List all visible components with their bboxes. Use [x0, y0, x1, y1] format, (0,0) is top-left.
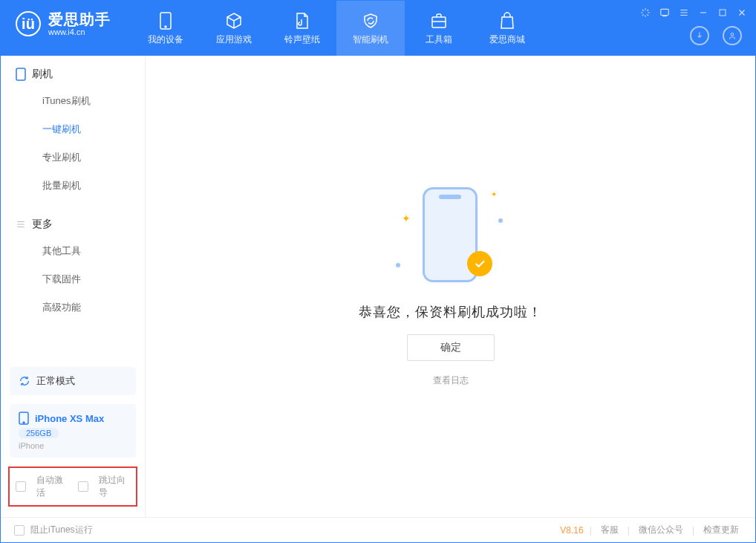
- ok-button[interactable]: 确定: [407, 334, 495, 361]
- shopping-bag-icon: [499, 11, 515, 30]
- block-itunes-label: 阻止iTunes运行: [30, 524, 93, 536]
- list-icon: [16, 219, 26, 230]
- section-flash-header: 刷机: [1, 56, 145, 87]
- footer-link-service[interactable]: 客服: [598, 524, 622, 536]
- success-illustration: ✦ ✦: [406, 186, 495, 290]
- device-name: iPhone XS Max: [35, 413, 104, 424]
- nav-label: 爱思商城: [489, 33, 525, 46]
- device-type: iPhone: [19, 441, 127, 450]
- version-label: V8.16: [560, 525, 583, 536]
- footer-link-update[interactable]: 检查更新: [700, 524, 742, 536]
- svg-point-5: [731, 33, 734, 36]
- sidebar-item-itunes-flash[interactable]: iTunes刷机: [1, 87, 145, 115]
- app-header: iü 爱思助手 www.i4.cn 我的设备 应用游戏 铃声壁纸 智能刷机: [1, 1, 755, 56]
- download-icon[interactable]: [690, 26, 709, 45]
- view-log-link[interactable]: 查看日志: [433, 374, 469, 387]
- nav-toolbox[interactable]: 工具箱: [405, 1, 473, 56]
- sidebar-item-download-firmware[interactable]: 下载固件: [1, 265, 145, 293]
- checkbox-auto-activate[interactable]: [16, 481, 26, 492]
- minimize-icon[interactable]: [697, 7, 709, 19]
- skip-guide-label: 跳过向导: [99, 474, 130, 499]
- footer: 阻止iTunes运行 V8.16 | 客服 | 微信公众号 | 检查更新: [1, 517, 755, 542]
- svg-rect-0: [661, 9, 669, 15]
- sidebar-item-other-tools[interactable]: 其他工具: [1, 237, 145, 265]
- mode-label: 正常模式: [36, 374, 75, 388]
- sparkle-icon: ✦: [402, 212, 411, 224]
- feedback-icon[interactable]: [659, 7, 671, 19]
- maximize-icon[interactable]: [717, 7, 729, 19]
- svg-point-8: [23, 422, 25, 423]
- auto-activate-label: 自动激活: [36, 474, 68, 499]
- decorative-dot: [396, 263, 400, 267]
- nav-my-device[interactable]: 我的设备: [131, 1, 200, 56]
- logo-icon: iü: [16, 11, 41, 36]
- nav-label: 智能刷机: [353, 33, 388, 46]
- sidebar-item-pro-flash[interactable]: 专业刷机: [1, 143, 145, 172]
- close-icon[interactable]: [736, 7, 748, 19]
- section-title: 更多: [32, 218, 53, 231]
- phone-icon: [16, 68, 26, 81]
- highlighted-options: 自动激活 跳过向导: [8, 466, 137, 507]
- checkbox-skip-guide[interactable]: [78, 481, 88, 492]
- nav-label: 铃声壁纸: [284, 33, 320, 46]
- briefcase-icon: [430, 11, 448, 30]
- nav-label: 我的设备: [148, 33, 183, 46]
- success-message: 恭喜您，保资料刷机成功啦！: [359, 303, 542, 321]
- app-url: www.i4.cn: [48, 27, 111, 36]
- refresh-shield-icon: [362, 11, 379, 30]
- sidebar-item-batch-flash[interactable]: 批量刷机: [1, 172, 145, 200]
- nav-label: 应用游戏: [216, 33, 252, 46]
- storage-badge: 256GB: [19, 428, 59, 438]
- nav-label: 工具箱: [426, 33, 452, 46]
- nav-smart-flash[interactable]: 智能刷机: [336, 1, 405, 56]
- sync-icon: [19, 375, 30, 387]
- device-icon: [159, 11, 172, 30]
- svg-rect-1: [720, 10, 726, 16]
- svg-rect-4: [432, 17, 446, 27]
- decorative-dot: [498, 218, 503, 223]
- app-logo: iü 爱思助手 www.i4.cn: [1, 1, 124, 36]
- app-name: 爱思助手: [48, 11, 111, 27]
- device-card[interactable]: iPhone XS Max 256GB iPhone: [10, 404, 136, 458]
- user-icon[interactable]: [723, 26, 742, 45]
- music-file-icon: [294, 11, 310, 30]
- nav-store[interactable]: 爱思商城: [473, 1, 541, 56]
- check-badge-icon: [467, 251, 492, 276]
- checkbox-block-itunes[interactable]: [14, 525, 25, 536]
- nav-apps-games[interactable]: 应用游戏: [200, 1, 268, 56]
- sparkle-icon: ✦: [491, 190, 497, 198]
- mode-card[interactable]: 正常模式: [10, 367, 136, 395]
- svg-rect-6: [16, 68, 25, 80]
- footer-link-wechat[interactable]: 微信公众号: [636, 524, 686, 536]
- sidebar-item-onekey-flash[interactable]: 一键刷机: [1, 115, 145, 143]
- titlebar-controls: [639, 7, 748, 19]
- main-nav: 我的设备 应用游戏 铃声壁纸 智能刷机 工具箱 爱思商城: [131, 1, 541, 56]
- sidebar: 刷机 iTunes刷机 一键刷机 专业刷机 批量刷机 更多 其他工具 下载固件 …: [1, 56, 146, 517]
- section-more-header: 更多: [1, 200, 145, 237]
- main-content: ✦ ✦ 恭喜您，保资料刷机成功啦！ 确定 查看日志: [146, 56, 755, 517]
- svg-point-3: [165, 26, 166, 27]
- cube-icon: [225, 11, 243, 30]
- theme-icon[interactable]: [639, 7, 651, 19]
- phone-icon: [19, 412, 29, 425]
- menu-icon[interactable]: [678, 7, 690, 19]
- nav-ringtone-wallpaper[interactable]: 铃声壁纸: [268, 1, 336, 56]
- section-title: 刷机: [32, 68, 53, 81]
- sidebar-item-advanced[interactable]: 高级功能: [1, 293, 145, 322]
